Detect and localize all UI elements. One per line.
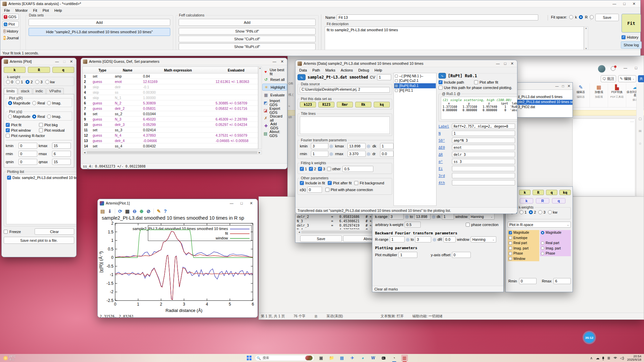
taskbar-app-microsoft-store[interactable]: ▤ <box>339 355 346 361</box>
use-best-fit-button[interactable]: ♥Use best fit <box>262 68 287 75</box>
save-button[interactable]: Save <box>300 235 342 242</box>
grid-icon[interactable]: ▦ <box>125 209 130 214</box>
krange-from-input[interactable] <box>389 214 404 220</box>
magnitude-checkbox[interactable] <box>509 231 512 234</box>
word-minimize-button[interactable]: — <box>621 64 630 71</box>
include-in-fit-checkbox[interactable] <box>300 181 304 185</box>
sidebar-item-journal[interactable]: ▤Journal <box>2 35 19 41</box>
menu-path[interactable]: Path <box>310 67 322 73</box>
kweight-2-radio[interactable] <box>26 80 30 84</box>
plot-R-button[interactable]: R <box>28 67 50 73</box>
menu-help[interactable]: Help <box>52 8 64 13</box>
dk-input[interactable] <box>442 214 454 220</box>
menu-debug[interactable]: Debug <box>356 67 371 73</box>
gds-table-row[interactable]: 3skipdelr-0.1 <box>83 84 258 90</box>
path-list[interactable]: --( [PtN] N8.1 )--[CuPt] Cu2.1[RuPt] Ru0… <box>394 73 436 206</box>
maximize-icon[interactable]: □ <box>562 84 564 88</box>
plot-fit-checkbox[interactable] <box>6 123 10 127</box>
microphone-icon[interactable] <box>602 357 604 359</box>
gds-table-header[interactable]: Type Name Math expression Evaluated <box>83 67 258 74</box>
tab-stack[interactable]: stack <box>18 88 32 94</box>
minimize-button[interactable]: — <box>495 60 501 67</box>
gds-table-row[interactable]: 10guessdelr_30.052990.05297 +/- 0.04234 <box>83 122 258 127</box>
path-checkbox[interactable] <box>395 75 398 78</box>
minimize-button[interactable]: — <box>610 0 619 7</box>
feff-show-button[interactable]: Show "CuPt.cif" <box>179 36 316 42</box>
weather-widget[interactable]: 28°C 多云 <box>3 355 16 361</box>
clipboard-icon[interactable]: ▤ <box>100 209 105 214</box>
reset-all-button[interactable]: ↺Reset all <box>262 76 287 83</box>
fit-save-button[interactable]: Save <box>595 14 619 21</box>
plot-bkg-checkbox[interactable] <box>39 123 43 127</box>
menu-help[interactable]: Help <box>372 67 384 73</box>
kweight-0-radio[interactable] <box>6 80 10 84</box>
pluck-icon[interactable]: ◎ <box>329 152 334 156</box>
gds-horizontal-scrollbar[interactable]: ◄► <box>82 150 262 154</box>
clock[interactable]: 20:54 2025/6/18 <box>627 355 641 361</box>
epsilon-input[interactable] <box>307 187 322 193</box>
window-select[interactable]: Hanning⌄ <box>469 214 495 220</box>
avatar[interactable] <box>598 65 605 73</box>
panel-kweight-3-radio[interactable] <box>538 210 542 214</box>
path-param-σ²-input[interactable] <box>452 159 515 164</box>
path-checkbox[interactable] <box>395 89 398 92</box>
maximize-button[interactable]: □ <box>62 58 67 65</box>
fit-name-input[interactable] <box>337 14 538 20</box>
word-share-button[interactable]: 共 <box>638 75 644 82</box>
word-side-toolbar[interactable]: ▢✉☆ <box>636 83 644 197</box>
taskbar-app-edge[interactable]: ◕ <box>360 355 366 361</box>
word-edit-button[interactable]: ✎编辑⌄ <box>618 75 636 82</box>
plot-running-r-factor-checkbox[interactable] <box>6 134 10 138</box>
ribbon-item[interactable]: ✎编辑器编辑器 <box>572 83 590 107</box>
gds-table-row[interactable]: 4skipss0.00300 <box>83 90 258 95</box>
recording-timer-bubble[interactable]: 35:12 <box>583 331 596 344</box>
wifi-icon[interactable] <box>613 357 617 359</box>
cv-input[interactable] <box>377 74 391 80</box>
tray-expand-icon[interactable]: ∧ <box>590 356 593 360</box>
taskbar-app-terminal[interactable]: >_ <box>380 355 387 361</box>
plot-as-R123-button[interactable]: R123 <box>318 102 334 107</box>
plot-window-checkbox[interactable] <box>6 128 10 132</box>
sidebar-glyph-icon[interactable]: ✉ <box>639 129 641 133</box>
zoom-out-icon[interactable]: ⊖ <box>133 209 137 214</box>
dr-input[interactable] <box>380 151 394 157</box>
word-count[interactable]: 76 个字 <box>293 314 306 319</box>
path-param-Ei-input[interactable] <box>452 166 515 171</box>
minimize-icon[interactable]: — <box>555 84 559 88</box>
ime-icon[interactable]: ≣ <box>607 356 610 360</box>
rmax-input[interactable] <box>553 278 571 284</box>
gds-table-row[interactable]: 8setss_20.01044 <box>83 111 258 117</box>
feff-add-button[interactable]: Add <box>179 19 316 26</box>
close-button[interactable]: ✕ <box>279 58 285 65</box>
pink-R-button[interactable]: R <box>536 198 549 203</box>
rmin-input[interactable] <box>519 278 537 284</box>
plot-k-button[interactable]: k <box>519 190 531 195</box>
phase-checkbox[interactable] <box>509 252 512 255</box>
path-param-ΔR-input[interactable] <box>452 152 515 157</box>
kweight-1-checkbox[interactable] <box>300 167 304 171</box>
path-param-S0²-link[interactable]: S0² <box>439 138 450 142</box>
menu-marks[interactable]: Marks <box>323 67 338 73</box>
plot-as-Rmr-button[interactable]: Rmr <box>337 102 353 107</box>
save-next-plot-button[interactable]: Save next plot to a file. <box>4 237 74 244</box>
gds-table-row[interactable]: 14setss_40.00432 <box>83 143 258 149</box>
tab-VPaths[interactable]: VPaths <box>46 88 63 94</box>
about-gds-button[interactable]: ▤About: GDS <box>262 130 287 137</box>
gds-table-row[interactable]: 9guessN_36.450206.45309 +/- 2.28789 <box>83 117 258 122</box>
dk-input[interactable] <box>380 143 394 149</box>
path-param-ΔE0-link[interactable]: ΔE0 <box>439 145 450 149</box>
data-glyph-icon[interactable]: ∿ <box>297 74 306 80</box>
fit-space-R-radio[interactable] <box>579 15 583 19</box>
plot-q-button[interactable]: q <box>546 190 557 195</box>
imag-part-checkbox[interactable] <box>509 246 512 250</box>
plot-q-button[interactable]: q <box>52 67 74 73</box>
path-checkbox[interactable] <box>395 84 398 87</box>
rmin-input[interactable] <box>18 151 37 157</box>
taskbar-app-word[interactable]: W <box>370 355 377 361</box>
refresh-icon[interactable]: ⟳ <box>118 209 122 214</box>
path-glyph-icon[interactable]: ∿ <box>439 73 446 79</box>
evaluate-button[interactable]: ▦Evaluate <box>262 91 287 98</box>
taskbar-app-task-view[interactable]: ▣ <box>318 355 325 361</box>
phase-correction-checkbox[interactable] <box>325 188 329 192</box>
krange-to-input[interactable] <box>414 214 430 220</box>
